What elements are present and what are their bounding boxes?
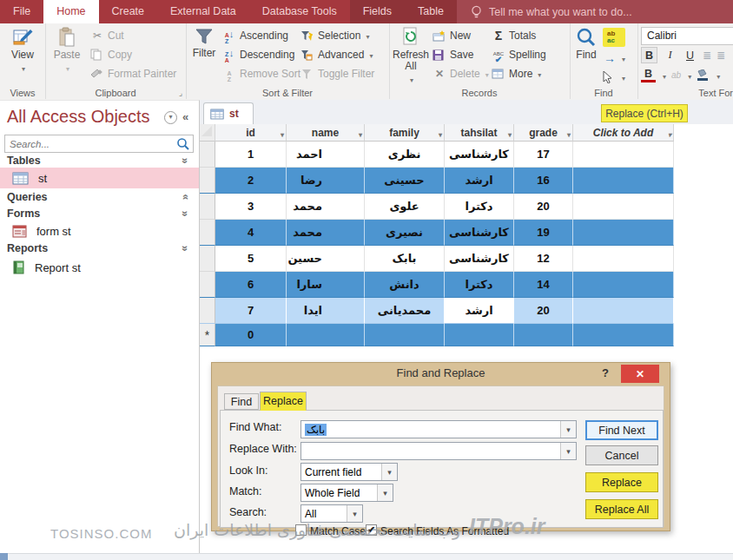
cell-name[interactable]: سارا <box>287 272 365 298</box>
table-row-current[interactable]: 7 ایدا محمدیانی ارشد 20 <box>200 298 674 324</box>
match-select[interactable]: Whole Field ▾ <box>300 484 393 502</box>
cell-tahsilat[interactable]: دکترا <box>445 194 514 220</box>
nav-section-queries[interactable]: Queries » <box>0 190 199 204</box>
table-row[interactable]: 5 حسین بابک کارشناسی 12 <box>200 246 674 272</box>
cell-family[interactable]: نظری <box>365 142 445 168</box>
column-header-name[interactable]: name <box>287 124 365 142</box>
cell-name[interactable]: حسین <box>287 246 365 272</box>
cell-name[interactable]: محمد <box>287 220 365 246</box>
paste-button[interactable]: Paste <box>50 27 83 75</box>
column-header-grade[interactable]: grade <box>514 124 573 142</box>
advanced-button[interactable]: Advanced <box>300 47 374 63</box>
column-header-tahsilat[interactable]: tahsilat <box>445 124 514 142</box>
highlight-color-button[interactable]: ab <box>671 70 681 80</box>
chevron-up-icon[interactable]: » <box>180 246 192 252</box>
replace-with-combo[interactable]: ▾ <box>300 442 577 460</box>
save-record-button[interactable]: Save <box>433 47 489 63</box>
find-button[interactable]: Find <box>571 27 601 61</box>
cell-grade[interactable]: 14 <box>514 272 573 298</box>
record-selector[interactable] <box>200 168 215 194</box>
cell-name[interactable]: ایدا <box>287 298 365 324</box>
delete-record-button[interactable]: ✕ Delete <box>433 66 489 82</box>
search-input[interactable] <box>5 138 176 150</box>
nav-section-reports[interactable]: Reports » <box>0 241 199 255</box>
cell-id[interactable]: 6 <box>215 272 287 298</box>
look-in-select[interactable]: Current field ▾ <box>300 463 398 481</box>
cell-name[interactable]: محمد <box>287 194 365 220</box>
nav-pane-menu-icon[interactable]: ▾ <box>164 111 177 124</box>
outdent-icon[interactable]: ≣ <box>716 49 725 62</box>
cell-empty[interactable] <box>573 298 674 324</box>
chevron-down-icon[interactable]: ▾ <box>347 505 362 522</box>
tab-fields[interactable]: Fields <box>350 0 405 23</box>
document-tab-st[interactable]: st <box>203 102 254 124</box>
cell-grade[interactable]: 16 <box>514 168 573 194</box>
record-selector[interactable] <box>200 298 215 324</box>
cell-id[interactable]: 1 <box>215 142 287 168</box>
cell-tahsilat-current[interactable]: ارشد <box>445 298 514 324</box>
cell-grade[interactable]: 20 <box>514 194 573 220</box>
view-button[interactable]: View <box>5 27 40 75</box>
chevron-down-icon[interactable]: » <box>180 194 192 201</box>
cell-family[interactable]: حسینی <box>365 168 445 194</box>
cell-grade[interactable]: 12 <box>514 246 573 272</box>
tab-table[interactable]: Table <box>405 0 457 23</box>
cell-empty[interactable] <box>573 246 674 272</box>
italic-button[interactable]: I <box>663 48 677 63</box>
cell-family[interactable]: دانش <box>365 272 445 298</box>
chevron-down-icon[interactable]: ▾ <box>377 484 393 501</box>
replace-all-button[interactable]: Replace All <box>585 499 658 519</box>
format-painter-button[interactable]: Format Painter <box>90 66 176 82</box>
clipboard-dialog-launcher[interactable]: ⌟ <box>179 89 182 97</box>
selection-button[interactable]: Selection <box>300 28 374 43</box>
tell-me-box[interactable]: Tell me what you want to do... <box>457 0 733 23</box>
cell-empty[interactable] <box>573 272 674 298</box>
close-button[interactable]: ✕ <box>621 365 659 383</box>
table-row[interactable]: 1 احمد نظری کارشناسی 17 <box>200 142 674 168</box>
cell-id[interactable]: 3 <box>215 194 287 220</box>
filter-button[interactable]: Filter <box>188 27 221 59</box>
tab-database-tools[interactable]: Database Tools <box>249 0 350 23</box>
cell-name[interactable]: رضا <box>287 168 365 194</box>
indent-icon[interactable]: ≣ <box>703 49 711 62</box>
cell-grade[interactable]: 17 <box>514 142 573 168</box>
cell-grade[interactable]: 19 <box>514 220 573 246</box>
table-row[interactable]: 6 سارا دانش دکترا 14 <box>200 272 674 298</box>
cell-grade[interactable]: 20 <box>514 298 573 324</box>
tab-find[interactable]: Find <box>224 393 259 410</box>
table-row[interactable]: 4 محمد نصیری کارشناسی 19 <box>200 220 674 246</box>
tab-home[interactable]: Home <box>43 0 98 23</box>
cell-id[interactable]: 2 <box>215 168 287 194</box>
spelling-button[interactable]: ABC✔ Spelling <box>492 47 546 63</box>
chevron-down-icon[interactable]: ▾ <box>560 443 576 459</box>
record-selector[interactable] <box>200 142 215 168</box>
refresh-all-button[interactable]: Refresh All <box>391 27 431 86</box>
shutter-bar-close-icon[interactable]: « <box>182 110 188 123</box>
chevron-down-icon[interactable] <box>357 128 362 140</box>
fields-as-formatted-checkbox[interactable]: ✔ <box>366 524 377 536</box>
nav-section-tables[interactable]: Tables » <box>0 154 199 168</box>
select-button[interactable] <box>603 69 625 85</box>
goto-button[interactable]: → <box>603 50 625 66</box>
match-case-checkbox[interactable] <box>295 524 307 536</box>
cell-name[interactable] <box>287 324 365 346</box>
chevron-up-icon[interactable]: » <box>180 158 192 164</box>
tab-external-data[interactable]: External Data <box>157 0 249 23</box>
cell-family[interactable]: نصیری <box>365 220 445 246</box>
totals-button[interactable]: Σ Totals <box>492 28 546 43</box>
cell-grade[interactable] <box>514 324 573 346</box>
new-record-button[interactable]: New <box>433 28 489 43</box>
search-select[interactable]: All ▾ <box>300 504 363 523</box>
cell-tahsilat[interactable]: کارشناسی <box>445 142 514 168</box>
replace-button[interactable]: Replace <box>585 472 658 492</box>
cell-family[interactable]: علوی <box>365 194 445 220</box>
cell-tahsilat[interactable]: دکترا <box>445 272 514 298</box>
remove-sort-button[interactable]: AZ Remove Sort <box>222 66 300 82</box>
column-header-click-to-add[interactable]: Click to Add <box>573 124 674 142</box>
cut-button[interactable]: ✂ Cut <box>90 28 176 43</box>
chevron-down-icon[interactable] <box>666 128 671 140</box>
find-next-button[interactable]: Find Next <box>585 420 658 440</box>
record-selector[interactable] <box>200 220 215 246</box>
cell-empty[interactable] <box>573 142 674 168</box>
cell-empty[interactable] <box>573 220 674 246</box>
